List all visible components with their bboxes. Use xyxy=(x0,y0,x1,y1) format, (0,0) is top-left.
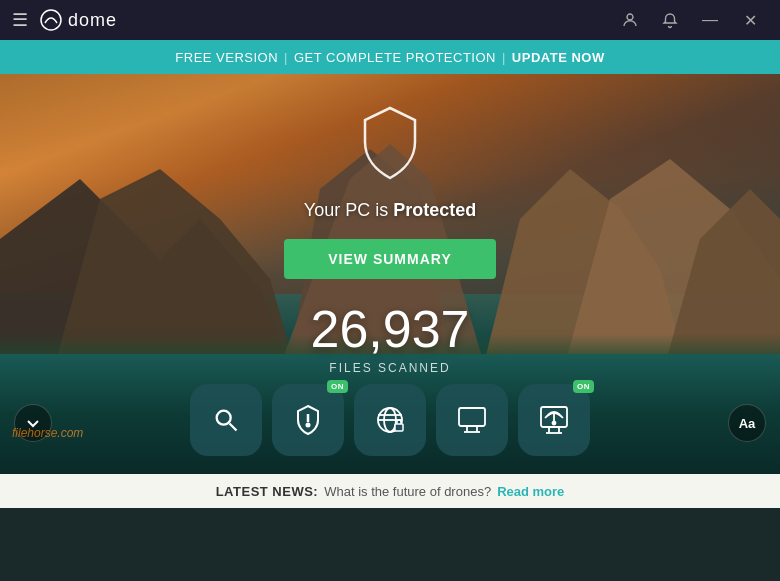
user-button[interactable] xyxy=(612,2,648,38)
svg-point-1 xyxy=(627,14,633,20)
titlebar-controls: — ✕ xyxy=(612,2,768,38)
svg-point-9 xyxy=(217,411,231,425)
promo-bar: FREE VERSION | GET COMPLETE PROTECTION |… xyxy=(0,40,780,74)
minimize-button[interactable]: — xyxy=(692,2,728,38)
files-count: 26,937 xyxy=(310,303,469,355)
protection-status: Your PC is Protected xyxy=(304,200,476,221)
svg-point-0 xyxy=(41,10,61,30)
features-row: ON xyxy=(190,384,590,456)
shield-icon xyxy=(355,104,425,184)
search-feature-button[interactable] xyxy=(190,384,262,456)
close-button[interactable]: ✕ xyxy=(732,2,768,38)
hero-section: Your PC is Protected VIEW SUMMARY 26,937… xyxy=(0,74,780,474)
svg-rect-18 xyxy=(459,408,485,426)
read-more-link[interactable]: Read more xyxy=(497,484,564,499)
titlebar-left: ☰ dome xyxy=(12,9,117,31)
promo-sep1: | xyxy=(284,50,288,65)
news-bar: LATEST NEWS: What is the future of drone… xyxy=(0,474,780,508)
network-protection-button[interactable]: ON xyxy=(518,384,590,456)
notifications-button[interactable] xyxy=(652,2,688,38)
promo-sep2: | xyxy=(502,50,506,65)
dome-logo-icon xyxy=(40,9,62,31)
app-title: dome xyxy=(68,10,117,31)
svg-rect-17 xyxy=(395,424,403,431)
network-on-badge: ON xyxy=(573,380,594,393)
font-size-button[interactable]: Aa xyxy=(728,404,766,442)
news-text: What is the future of drones? xyxy=(324,484,491,499)
web-protection-button[interactable] xyxy=(354,384,426,456)
logo-area: dome xyxy=(40,9,117,31)
shield-feature-button[interactable]: ON xyxy=(272,384,344,456)
view-summary-button[interactable]: VIEW SUMMARY xyxy=(284,239,495,279)
titlebar: ☰ dome — ✕ xyxy=(0,0,780,40)
svg-line-10 xyxy=(230,424,237,431)
scroll-down-button[interactable] xyxy=(14,404,52,442)
free-version-label: FREE VERSION xyxy=(175,50,278,65)
menu-icon[interactable]: ☰ xyxy=(12,9,28,31)
update-now-button[interactable]: UPDATE NOW xyxy=(512,50,605,65)
shield-on-badge: ON xyxy=(327,380,348,393)
device-protection-button[interactable] xyxy=(436,384,508,456)
svg-point-24 xyxy=(553,422,556,425)
shield-container xyxy=(355,104,425,188)
get-complete-label: GET COMPLETE PROTECTION xyxy=(294,50,496,65)
svg-point-12 xyxy=(307,424,310,427)
files-scanned-label: FILES SCANNED xyxy=(329,361,450,375)
news-label: LATEST NEWS: xyxy=(216,484,319,499)
